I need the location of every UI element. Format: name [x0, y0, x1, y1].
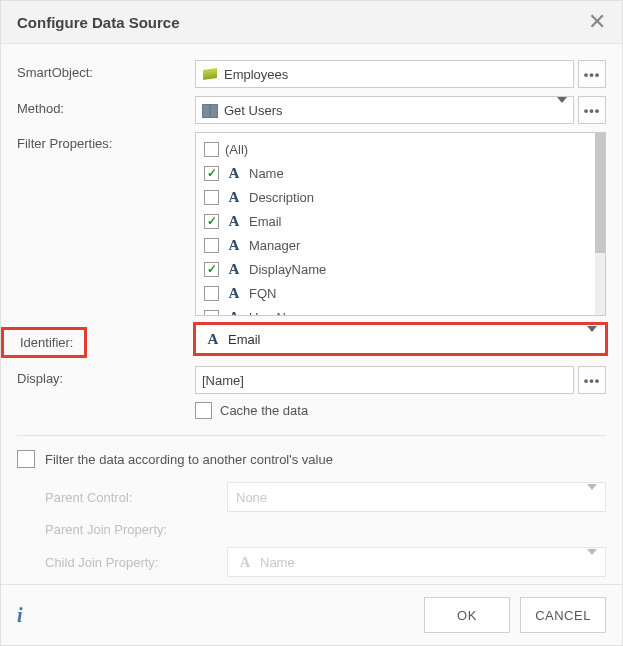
text-type-icon: A: [225, 188, 243, 206]
ellipsis-icon: •••: [584, 373, 601, 388]
scrollbar-thumb[interactable]: [595, 133, 605, 253]
cancel-button[interactable]: CANCEL: [520, 597, 606, 633]
dialog-header: Configure Data Source ✕: [1, 1, 622, 44]
text-type-icon: A: [225, 164, 243, 182]
filter-item-checkbox[interactable]: [204, 262, 219, 277]
row-display: Display: [Name] •••: [17, 366, 606, 394]
close-icon[interactable]: ✕: [588, 11, 606, 33]
row-method: Method: Get Users •••: [17, 96, 606, 124]
dialog-title: Configure Data Source: [17, 14, 180, 31]
filter-item[interactable]: AManager: [200, 233, 601, 257]
filter-item-label: UserName: [249, 311, 311, 317]
filter-item-label: DisplayName: [249, 263, 326, 276]
filter-item-checkbox[interactable]: [204, 310, 219, 317]
filter-item-checkbox[interactable]: [204, 142, 219, 157]
child-join-value: Name: [260, 555, 295, 570]
smartobject-field[interactable]: Employees: [195, 60, 574, 88]
info-icon[interactable]: i: [17, 604, 23, 627]
label-identifier: Identifier:: [1, 327, 87, 358]
chevron-down-icon: [587, 484, 597, 505]
smartobject-browse-button[interactable]: •••: [578, 60, 606, 88]
dialog-body: SmartObject: Employees ••• Method: Get U…: [1, 44, 622, 584]
label-child-join: Child Join Property:: [17, 555, 227, 570]
filter-item[interactable]: ADescription: [200, 185, 601, 209]
filter-item-label: Email: [249, 215, 282, 228]
filter-properties-list[interactable]: (All)ANameADescriptionAEmailAManagerADis…: [195, 132, 606, 316]
label-filter-properties: Filter Properties:: [17, 132, 195, 151]
row-cache: Cache the data: [195, 402, 606, 419]
text-type-icon: A: [225, 260, 243, 278]
filter-item-checkbox[interactable]: [204, 166, 219, 181]
parent-control-value: None: [236, 490, 267, 505]
cache-checkbox[interactable]: [195, 402, 212, 419]
smartobject-icon: [202, 66, 218, 82]
ok-button[interactable]: OK: [424, 597, 510, 633]
ellipsis-icon: •••: [584, 67, 601, 82]
filter-item-label: Description: [249, 191, 314, 204]
filter-item-label: (All): [225, 143, 248, 156]
text-type-icon: A: [225, 212, 243, 230]
chevron-down-icon: [587, 549, 597, 570]
smartobject-value: Employees: [224, 67, 288, 82]
text-type-icon: A: [225, 236, 243, 254]
display-browse-button[interactable]: •••: [578, 366, 606, 394]
configure-data-source-dialog: Configure Data Source ✕ SmartObject: Emp…: [0, 0, 623, 646]
text-type-icon: A: [225, 284, 243, 302]
identifier-select[interactable]: A Email: [195, 324, 606, 354]
filter-item[interactable]: (All): [200, 137, 601, 161]
scrollbar[interactable]: [595, 133, 605, 315]
filter-item[interactable]: AUserName: [200, 305, 601, 316]
ellipsis-icon: •••: [584, 103, 601, 118]
filter-by-label: Filter the data according to another con…: [45, 452, 333, 467]
filter-item-label: FQN: [249, 287, 276, 300]
filter-by-checkbox[interactable]: [17, 450, 35, 468]
row-smartobject: SmartObject: Employees •••: [17, 60, 606, 88]
filter-item-checkbox[interactable]: [204, 214, 219, 229]
row-parent-control: Parent Control: None: [17, 482, 606, 512]
row-parent-join: Parent Join Property:: [17, 522, 606, 537]
child-join-select[interactable]: A Name: [227, 547, 606, 577]
chevron-down-icon: [557, 97, 567, 118]
label-method: Method:: [17, 96, 195, 116]
filter-item-checkbox[interactable]: [204, 286, 219, 301]
filter-item[interactable]: AEmail: [200, 209, 601, 233]
label-parent-join: Parent Join Property:: [17, 522, 227, 537]
divider: [17, 435, 606, 436]
method-browse-button[interactable]: •••: [578, 96, 606, 124]
text-type-icon: A: [236, 553, 254, 571]
filter-item[interactable]: ADisplayName: [200, 257, 601, 281]
identifier-value: Email: [228, 332, 261, 347]
chevron-down-icon: [587, 326, 597, 347]
row-filter-properties: Filter Properties: (All)ANameADescriptio…: [17, 132, 606, 316]
text-type-icon: A: [225, 308, 243, 316]
row-child-join: Child Join Property: A Name: [17, 547, 606, 577]
method-field[interactable]: Get Users: [195, 96, 574, 124]
filter-item-checkbox[interactable]: [204, 190, 219, 205]
parent-control-select[interactable]: None: [227, 482, 606, 512]
text-type-icon: A: [204, 330, 222, 348]
filter-item-label: Manager: [249, 239, 300, 252]
label-display: Display:: [17, 366, 195, 386]
filter-item-label: Name: [249, 167, 284, 180]
display-field[interactable]: [Name]: [195, 366, 574, 394]
method-icon: [202, 103, 218, 117]
label-smartobject: SmartObject:: [17, 60, 195, 80]
filter-item[interactable]: AFQN: [200, 281, 601, 305]
filter-item-checkbox[interactable]: [204, 238, 219, 253]
label-parent-control: Parent Control:: [17, 490, 227, 505]
row-filter-by: Filter the data according to another con…: [17, 450, 606, 468]
filter-item[interactable]: AName: [200, 161, 601, 185]
method-value: Get Users: [224, 103, 283, 118]
cache-label: Cache the data: [220, 403, 308, 418]
display-value: [Name]: [202, 373, 244, 388]
dialog-footer: i OK CANCEL: [1, 584, 622, 645]
row-identifier: Identifier: A Email: [17, 324, 606, 358]
